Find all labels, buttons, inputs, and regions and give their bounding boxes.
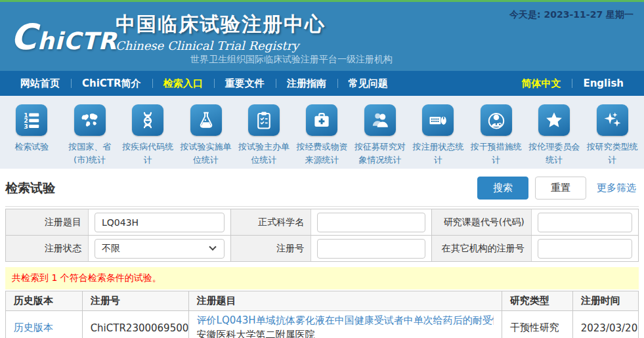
column-header: 历史版本 [6,291,83,311]
registration-number-input[interactable] [317,239,425,259]
world-map-icon [80,110,100,130]
field-input-cell [532,236,638,261]
nav-item-label: 常见问题 [349,77,388,90]
more-filters-link[interactable]: 更多筛选 [597,182,636,194]
column-header: 注册时间 [572,291,638,311]
nav-item-search-entry[interactable]: 检索入口 [152,71,214,96]
nav-item-important-documents[interactable]: 重要文件 [214,71,276,96]
study-type: 干预性研究 [502,311,572,338]
institution-name: 安徽医科大学第二附属医院 [197,329,494,338]
nav-item-label: 检索入口 [163,77,203,90]
stat-by-implementation-unit[interactable]: 按试验实施单位统计 [177,104,234,163]
language-label: 简体中文 [521,77,561,90]
field-label: 正式科学名 [231,209,311,235]
registration-status-select[interactable]: 不限 [95,239,225,259]
stat-by-registration-status[interactable]: 按注册状态统计 [409,104,467,163]
results-count-notice: 共检索到 1 个符合检索条件的试验。 [5,267,639,289]
table-row: 历史版本 ChiCTR2300069500 评价LQ043H单域抗体雾化液在中国… [6,311,639,338]
stat-label: 按疾病代码统计 [119,140,177,166]
stat-label: 按征募研究对象情况统计 [351,140,409,166]
field-input-cell: LQ043H [89,209,230,235]
stat-tile [190,104,222,136]
field-label: 研究课题代号(代码) [432,209,532,235]
other-registry-number-input[interactable] [538,239,632,259]
stat-search-trials[interactable]: 检索试验 [3,104,60,163]
stat-tile [132,104,163,136]
form-field: 研究课题代号(代码) [432,209,639,236]
page: ChiCTR 中国临床试验注册中心 Chinese Clinical Trial… [0,0,644,338]
nav-item-registration-guide[interactable]: 注册指南 [276,71,337,96]
doctor-icon [486,110,506,130]
nav-list: 网站首页 ChiCTR简介 检索入口 重要文件 注册指南 [9,71,399,96]
stat-tile [306,104,337,136]
column-header: 注册题目 [188,291,502,311]
dna-icon [138,110,158,130]
search-actions: 搜索 重置 更多筛选 [477,177,639,200]
stat-tile [74,104,106,136]
field-input-cell [532,209,638,235]
lang-english[interactable]: English [572,71,635,96]
site-header: ChiCTR 中国临床试验注册中心 Chinese Clinical Trial… [0,2,644,71]
study-code-input[interactable] [538,213,632,232]
form-field: 注册号 [231,236,432,262]
site-title-zh: 中国临床试验注册中心 [116,11,326,38]
column-header: 注册号 [82,291,188,311]
stat-label: 按试验实施单位统计 [177,140,234,166]
stat-tile [422,104,454,136]
trial-title-link[interactable]: 评价LQ043H单域抗体雾化液在中国健康受试者中单次给药后的耐受性、安全性、..… [197,314,494,327]
registered-title-input[interactable] [95,213,225,232]
scientific-name-input[interactable] [317,213,425,232]
main-nav: 网站首页 ChiCTR简介 检索入口 重要文件 注册指南 [0,71,644,96]
stat-by-sponsor-unit[interactable]: 按试验主办单位统计 [235,104,293,163]
stat-label: 按伦理委员会统计 [525,140,583,166]
field-input-cell [311,236,431,261]
stat-by-study-type[interactable]: 按研究类型统计 [584,104,641,163]
page-title: 检索试验 [5,180,55,197]
sparkles-icon [603,110,622,130]
stat-by-intervention[interactable]: 按干预措施统计 [467,104,525,163]
form-field: 注册状态 不限 [6,236,231,262]
stat-tile [364,104,396,136]
stat-tile [16,104,47,136]
form-field: 正式科学名 [231,209,432,236]
stat-by-ethics-committee[interactable]: 按伦理委员会统计 [525,104,583,163]
who-platform-tagline: 世界卫生组织国际临床试验注册平台一级注册机构 [190,54,393,66]
stat-tile [538,104,570,136]
stat-by-recruitment-status[interactable]: 按征募研究对象情况统计 [351,104,409,163]
stat-label: 按试验主办单位统计 [235,140,293,166]
star-icon [544,110,564,130]
numbered-list-icon [22,110,41,130]
nav-item-label: 网站首页 [20,77,60,90]
today-date: 今天是: 2023-11-27 星期一 [509,9,633,21]
stat-by-funding-source[interactable]: 按经费或物资来源统计 [293,104,351,163]
statistics-strip: 检索试验 按国家、省(市)统计 按疾病代码统计 按试验实施单位统 [0,96,644,169]
nav-item-faq[interactable]: 常见问题 [337,71,399,96]
field-input-cell [311,209,431,235]
form-field: 注册题目 LQ043H [6,209,231,236]
lang-simplified-chinese[interactable]: 简体中文 [510,71,572,96]
field-label: 注册状态 [6,236,89,261]
field-label: 在其它机构的注册号 [432,236,532,261]
search-button[interactable]: 搜索 [477,177,528,200]
site-title-en: Chinese Clinical Trial Registry [116,39,326,53]
selected-option: 不限 [102,243,120,255]
chictr-logo[interactable]: ChiCTR [11,16,117,58]
stat-by-country-province[interactable]: 按国家、省(市)统计 [60,104,118,163]
reset-button[interactable]: 重置 [535,177,586,200]
stat-label: 按研究类型统计 [584,140,641,166]
keyboard-mouse-icon [428,110,448,130]
stat-by-disease-code[interactable]: 按疾病代码统计 [119,104,177,163]
people-icon [370,110,390,130]
history-version-link[interactable]: 历史版本 [14,322,53,333]
registration-date: 2023/03/20 [572,311,638,338]
form-field: 在其它机构的注册号 [432,236,639,262]
nav-item-home[interactable]: 网站首页 [9,71,71,96]
nav-item-chictr-intro[interactable]: ChiCTR简介 [71,71,152,96]
field-label: 注册题目 [6,209,89,235]
search-section-header: 检索试验 搜索 重置 更多筛选 [5,169,639,207]
registration-number: ChiCTR2300069500 [82,311,188,338]
stat-tile [597,104,628,136]
nav-item-label: 注册指南 [287,77,326,90]
search-form: 注册题目 LQ043H 正式科学名 [5,209,639,262]
field-label: 注册号 [231,236,311,261]
